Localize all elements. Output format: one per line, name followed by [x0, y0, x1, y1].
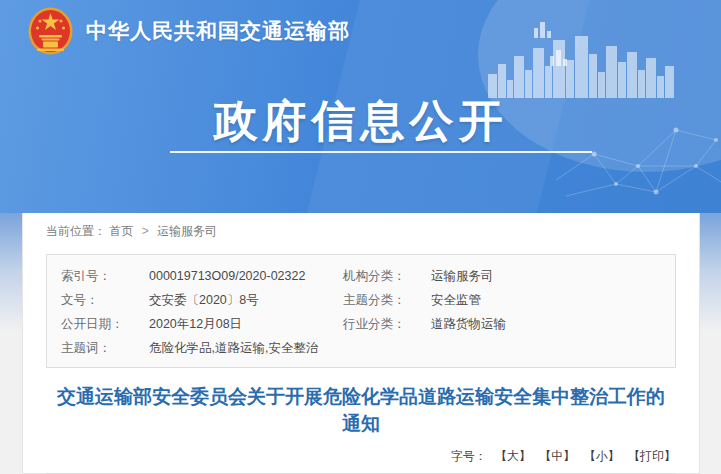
meta-column-left: 索引号： 000019713O09/2020-02322 文号： 交安委〔202… — [61, 264, 343, 360]
meta-row-publish-date: 公开日期： 2020年12月08日 — [61, 312, 343, 336]
font-large-button[interactable]: 【大】 — [495, 449, 531, 463]
meta-value: 安全监管 — [431, 288, 481, 312]
page-background: 当前位置： 首页 > 运输服务司 索引号： 000019713O09/2020-… — [0, 213, 721, 474]
breadcrumb: 当前位置： 首页 > 运输服务司 — [46, 222, 676, 240]
national-emblem-logo[interactable] — [28, 7, 73, 55]
font-medium-button[interactable]: 【中】 — [539, 449, 575, 463]
meta-value: 危险化学品,道路运输,安全整治 — [149, 336, 318, 360]
banner-page-title: 政府信息公开 — [0, 92, 721, 151]
meta-row-industry-category: 行业分类： 道路货物运输 — [343, 312, 661, 336]
meta-row-keywords: 主题词： 危险化学品,道路运输,安全整治 — [61, 336, 343, 360]
meta-row-topic-category: 主题分类： 安全监管 — [343, 288, 661, 312]
meta-row-index-no: 索引号： 000019713O09/2020-02322 — [61, 264, 343, 288]
meta-value: 000019713O09/2020-02322 — [149, 264, 305, 288]
breadcrumb-separator: > — [142, 224, 149, 238]
meta-label: 行业分类： — [343, 312, 431, 336]
print-button[interactable]: 【打印】 — [628, 449, 676, 463]
meta-value: 2020年12月08日 — [149, 312, 242, 336]
meta-row-doc-no: 文号： 交安委〔2020〕8号 — [61, 288, 343, 312]
meta-value: 交安委〔2020〕8号 — [149, 288, 259, 312]
meta-row-org-category: 机构分类： 运输服务司 — [343, 264, 661, 288]
meta-label: 索引号： — [61, 264, 149, 288]
font-small-button[interactable]: 【小】 — [584, 449, 620, 463]
banner-underline — [170, 151, 592, 153]
banner: 中华人民共和国交通运输部 政府信息公开 — [0, 0, 721, 213]
city-skyline-icon — [488, 36, 678, 98]
font-size-label: 字号： — [451, 449, 487, 463]
meta-value: 道路货物运输 — [431, 312, 506, 336]
breadcrumb-section-link[interactable]: 运输服务司 — [157, 224, 217, 238]
document-meta-panel: 索引号： 000019713O09/2020-02322 文号： 交安委〔202… — [46, 254, 676, 368]
meta-label: 机构分类： — [343, 264, 431, 288]
mini-buildings-icon — [532, 22, 572, 70]
meta-column-right: 机构分类： 运输服务司 主题分类： 安全监管 行业分类： 道路货物运输 — [343, 264, 661, 360]
breadcrumb-label: 当前位置： — [46, 224, 106, 238]
meta-label: 公开日期： — [61, 312, 149, 336]
article-title: 交通运输部安全委员会关于开展危险化学品道路运输安全集中整治工作的通知 — [54, 383, 668, 437]
meta-label: 主题词： — [61, 336, 149, 360]
font-size-toolbar: 字号： 【大】 【中】 【小】 【打印】 — [46, 448, 676, 465]
site-name-link[interactable]: 中华人民共和国交通运输部 — [86, 17, 350, 45]
breadcrumb-home-link[interactable]: 首页 — [109, 224, 133, 238]
meta-label: 文号： — [61, 288, 149, 312]
content-card: 当前位置： 首页 > 运输服务司 索引号： 000019713O09/2020-… — [22, 213, 700, 474]
site-header: 中华人民共和国交通运输部 — [28, 7, 350, 55]
meta-value: 运输服务司 — [431, 264, 494, 288]
meta-label: 主题分类： — [343, 288, 431, 312]
